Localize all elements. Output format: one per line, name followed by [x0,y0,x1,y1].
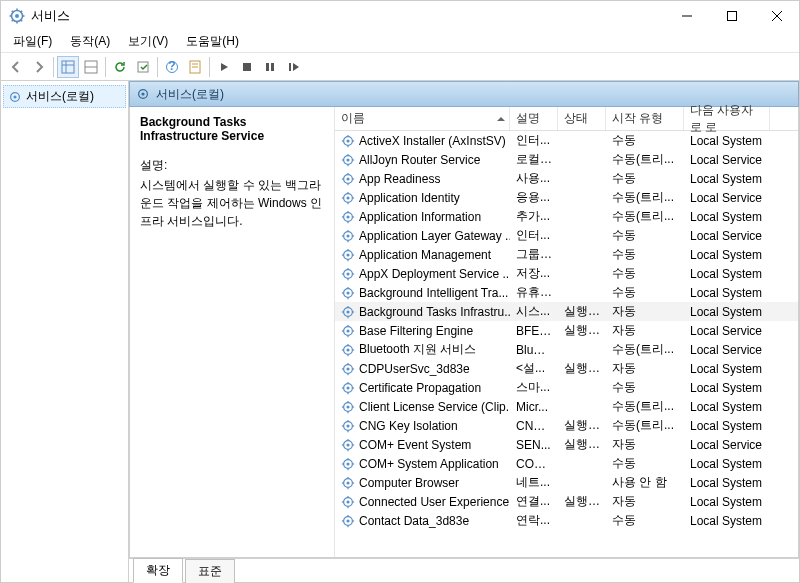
window-title: 서비스 [31,7,70,25]
list-header: 이름 설명 상태 시작 유형 다음 사용자로 로 [335,107,798,131]
toolbar-separator [53,57,54,77]
view-list-button[interactable] [80,56,102,78]
gear-icon [341,248,355,262]
tab-extended[interactable]: 확장 [133,558,183,583]
toolbar-separator [157,57,158,77]
service-start-cell: 수동(트리... [606,417,684,434]
help-button[interactable]: ? [161,56,183,78]
column-header-startup-type[interactable]: 시작 유형 [606,107,684,130]
service-start-cell: 수동 [606,284,684,301]
menu-help[interactable]: 도움말(H) [178,31,247,52]
service-name-cell: Application Identity [335,191,510,205]
tree-root-label: 서비스(로컬) [26,88,94,105]
service-row[interactable]: Base Filtering EngineBFE(...실행 ...자동Loca… [335,321,798,340]
service-name-cell: COM+ System Application [335,457,510,471]
service-row[interactable]: Background Intelligent Tra...유휴 ...수동Loc… [335,283,798,302]
export-button[interactable] [132,56,154,78]
service-desc-cell: 인터... [510,132,558,149]
menu-view[interactable]: 보기(V) [120,31,176,52]
service-start-cell: 자동 [606,322,684,339]
service-row[interactable]: Contact Data_3d83e연락...수동Local System [335,511,798,530]
service-row[interactable]: Application Layer Gateway ...인터...수동Loca… [335,226,798,245]
pause-service-button[interactable] [259,56,281,78]
service-desc-cell: Bluet... [510,343,558,357]
service-name: Background Intelligent Tra... [359,286,508,300]
service-start-cell: 자동 [606,360,684,377]
gear-icon [341,438,355,452]
maximize-button[interactable] [709,2,754,31]
service-row[interactable]: Client License Service (Clip...Micr...수동… [335,397,798,416]
nav-forward-button[interactable] [28,56,50,78]
restart-service-button[interactable] [282,56,304,78]
service-row[interactable]: Background Tasks Infrastru...시스...실행 ...… [335,302,798,321]
service-name-cell: CNG Key Isolation [335,419,510,433]
service-row[interactable]: AppX Deployment Service ...저장...수동Local … [335,264,798,283]
service-name-cell: Contact Data_3d83e [335,514,510,528]
svg-point-58 [346,215,349,218]
main-body: 서비스(로컬) 서비스(로컬) Background Tasks Infrast… [1,81,799,582]
service-name: App Readiness [359,172,440,186]
tree-root-item[interactable]: 서비스(로컬) [3,85,126,108]
svg-point-148 [346,500,349,503]
svg-rect-27 [271,63,274,71]
svg-point-136 [346,462,349,465]
service-desc-cell: CNG ... [510,419,558,433]
service-desc-cell: 저장... [510,265,558,282]
minimize-button[interactable] [664,2,709,31]
service-row[interactable]: CDPUserSvc_3d83e<설...실행 ...자동Local Syste… [335,359,798,378]
service-start-cell: 수동 [606,170,684,187]
svg-point-142 [346,481,349,484]
service-desc-cell: 스마... [510,379,558,396]
service-desc-cell: 네트... [510,474,558,491]
svg-point-70 [346,253,349,256]
properties-button[interactable] [184,56,206,78]
service-start-cell: 수동 [606,265,684,282]
service-row[interactable]: Application Identity응용...수동(트리...Local S… [335,188,798,207]
service-status-cell: 실행 ... [558,436,606,453]
tab-standard[interactable]: 표준 [185,559,235,583]
service-row[interactable]: Bluetooth 지원 서비스Bluet...수동(트리...Local Se… [335,340,798,359]
service-row[interactable]: Application Management그룹 ...수동Local Syst… [335,245,798,264]
service-row[interactable]: Computer Browser네트...사용 안 함Local System [335,473,798,492]
nav-back-button[interactable] [5,56,27,78]
column-header-description[interactable]: 설명 [510,107,558,130]
service-logon-cell: Local System [684,134,770,148]
service-name-cell: Background Intelligent Tra... [335,286,510,300]
service-list[interactable]: ActiveX Installer (AxInstSV)인터...수동Local… [335,131,798,557]
column-header-status[interactable]: 상태 [558,107,606,130]
column-header-name[interactable]: 이름 [335,107,510,130]
service-logon-cell: Local System [684,305,770,319]
service-row[interactable]: CNG Key IsolationCNG ...실행 ...수동(트리...Lo… [335,416,798,435]
service-logon-cell: Local Service [684,191,770,205]
service-row[interactable]: Certificate Propagation스마...수동Local Syst… [335,378,798,397]
start-service-button[interactable] [213,56,235,78]
close-button[interactable] [754,2,799,31]
content-body: Background Tasks Infrastructure Service … [129,107,799,558]
service-name-cell: Bluetooth 지원 서비스 [335,341,510,358]
menu-file[interactable]: 파일(F) [5,31,60,52]
service-start-cell: 수동(트리... [606,398,684,415]
view-details-button[interactable] [57,56,79,78]
service-name-cell: Certificate Propagation [335,381,510,395]
column-header-logon-as[interactable]: 다음 사용자로 로 [684,107,770,130]
svg-rect-19 [138,62,148,72]
service-row[interactable]: Connected User Experience...연결...실행 ...자… [335,492,798,511]
service-row[interactable]: App Readiness사용...수동Local System [335,169,798,188]
gear-icon [341,495,355,509]
service-name: AppX Deployment Service ... [359,267,510,281]
gear-icon [341,381,355,395]
service-logon-cell: Local System [684,362,770,376]
service-row[interactable]: COM+ Event SystemSEN...실행 ...자동Local Ser… [335,435,798,454]
service-start-cell: 수동(트리... [606,189,684,206]
title-bar: 서비스 [1,1,799,31]
service-logon-cell: Local System [684,267,770,281]
service-row[interactable]: Application Information추가...수동(트리...Loca… [335,207,798,226]
service-row[interactable]: AllJoyn Router Service로컬 ...수동(트리...Loca… [335,150,798,169]
service-name: Client License Service (Clip... [359,400,510,414]
service-row[interactable]: COM+ System ApplicationCOM...수동Local Sys… [335,454,798,473]
refresh-button[interactable] [109,56,131,78]
service-name: Background Tasks Infrastru... [359,305,510,319]
svg-point-82 [346,291,349,294]
stop-service-button[interactable] [236,56,258,78]
menu-action[interactable]: 동작(A) [62,31,118,52]
